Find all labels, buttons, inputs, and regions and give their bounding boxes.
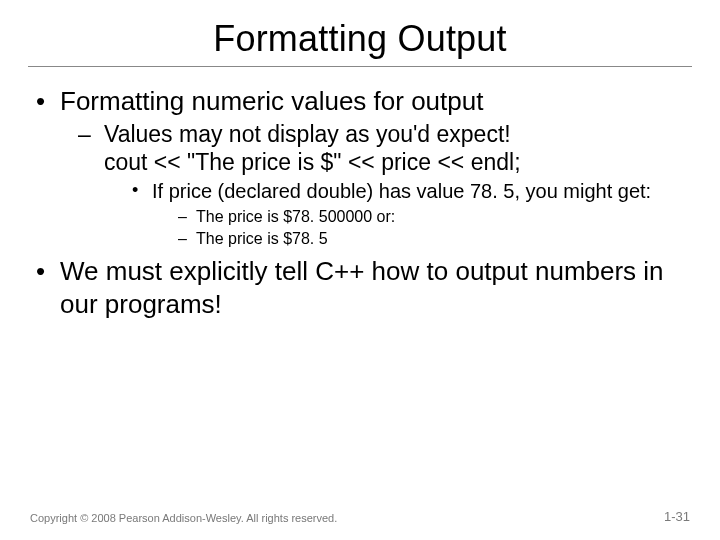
footer-copyright: Copyright © 2008 Pearson Addison-Wesley.…	[30, 512, 337, 524]
bullet-lvl3: If price (declared double) has value 78.…	[130, 179, 684, 249]
bullet-lvl1: We must explicitly tell C++ how to outpu…	[36, 255, 684, 320]
footer-page-number: 1-31	[664, 509, 690, 524]
slide-title: Formatting Output	[0, 0, 720, 66]
title-underline	[28, 66, 692, 67]
bullet-text: The price is $78. 5	[196, 230, 328, 247]
bullet-lvl2: Values may not display as you'd expect! …	[78, 120, 684, 250]
bullet-text: If price (declared double) has value 78.…	[152, 180, 651, 202]
bullet-lvl4: The price is $78. 5	[178, 228, 684, 250]
bullet-list-lvl1: Formatting numeric values for output Val…	[36, 85, 684, 320]
slide: Formatting Output Formatting numeric val…	[0, 0, 720, 540]
bullet-list-lvl2: Values may not display as you'd expect! …	[60, 118, 684, 250]
bullet-text: Formatting numeric values for output	[60, 86, 483, 116]
bullet-text-code: cout << "The price is $" << price << end…	[104, 149, 521, 175]
bullet-list-lvl4: The price is $78. 500000 or: The price i…	[152, 204, 684, 249]
bullet-text: Values may not display as you'd expect!	[104, 121, 511, 147]
slide-body: Formatting numeric values for output Val…	[0, 77, 720, 320]
bullet-text: The price is $78. 500000 or:	[196, 208, 395, 225]
bullet-list-lvl3: If price (declared double) has value 78.…	[104, 177, 684, 249]
bullet-text: We must explicitly tell C++ how to outpu…	[60, 256, 664, 319]
bullet-lvl4: The price is $78. 500000 or:	[178, 206, 684, 228]
bullet-lvl1: Formatting numeric values for output Val…	[36, 85, 684, 249]
